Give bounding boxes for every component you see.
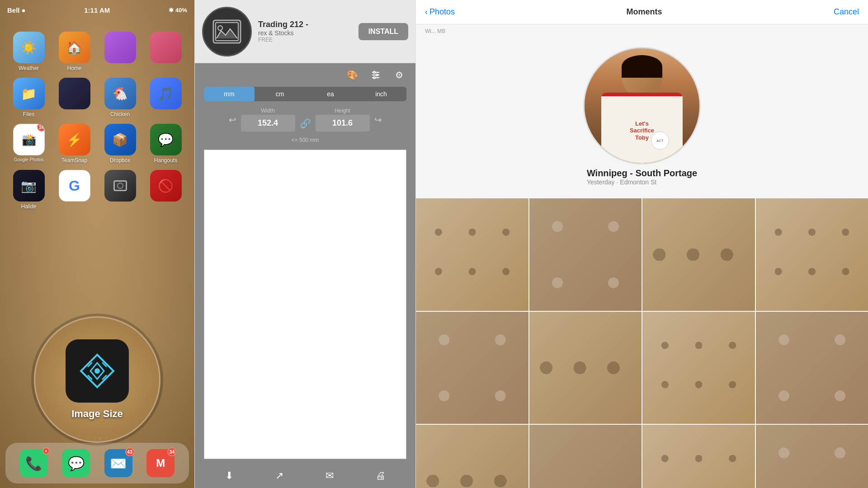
width-input[interactable]	[241, 115, 295, 131]
photo-cell-7[interactable]	[642, 312, 755, 424]
photo-cell-4[interactable]	[756, 198, 868, 311]
location-subtitle: Yesterday · Edmonton St	[587, 178, 697, 186]
download-icon[interactable]: ⬇	[225, 470, 233, 482]
battery-level: 40%	[175, 7, 187, 14]
photo-cell-8[interactable]	[756, 312, 868, 424]
profile-circle: Let'sSacrificeToby ACT	[583, 47, 701, 164]
undo-arrow[interactable]: ↩	[229, 114, 236, 125]
halide-label: Halide	[21, 203, 36, 210]
iphone-panel: Bell ● 1:11 AM ✱ 40% ☀️ Weather 🏠 Home	[0, 0, 194, 488]
canvas-area	[204, 150, 406, 459]
google-photos-label: Google Photos	[14, 157, 43, 162]
height-group: Height	[316, 108, 370, 131]
photos-back-button[interactable]: ‹ Photos	[425, 7, 455, 17]
unit-cm[interactable]: cm	[255, 87, 305, 101]
app-chicken-label: Chicken	[110, 111, 130, 117]
diamond-svg	[79, 353, 115, 389]
app-row1-4[interactable]	[146, 32, 185, 71]
max-size-label: <= 500 mm	[195, 135, 415, 145]
app-halide[interactable]: 📷 Halide	[9, 170, 48, 210]
app-files[interactable]: 📁 Files	[9, 78, 48, 117]
status-right: ✱ 40%	[169, 7, 187, 14]
image-size-content: 🎨 ⚙ mm cm ea inch ↩	[195, 63, 415, 488]
svg-point-10	[373, 77, 375, 79]
palette-icon[interactable]: 🎨	[345, 68, 359, 82]
carrier-label: Bell	[7, 6, 20, 14]
app-grid: ☀️ Weather 🏠 Home	[0, 27, 194, 214]
redo-arrow[interactable]: ↪	[374, 114, 382, 125]
app-files-label: Files	[23, 111, 34, 117]
app-home[interactable]: 🏠 Home	[55, 32, 94, 71]
unit-ea[interactable]: ea	[305, 87, 356, 101]
profile-section: Let'sSacrificeToby ACT Winnipeg - South …	[416, 38, 868, 197]
hangouts-label: Hangouts	[154, 157, 177, 164]
app-camera2[interactable]	[100, 170, 140, 210]
app-music2[interactable]: 🎵	[146, 78, 185, 117]
app-google[interactable]: G	[55, 170, 94, 210]
location-section: Winnipeg - South Portage Yesterday · Edm…	[578, 164, 706, 188]
unit-mm[interactable]: mm	[204, 87, 255, 101]
teamsnap-label: TeamSnap	[61, 157, 87, 164]
image-size-label: Image Size	[71, 408, 123, 420]
photos-back-label: Photos	[429, 7, 455, 17]
gmail-badge: 34	[167, 447, 176, 456]
dock-phone[interactable]: 📞 •	[20, 449, 48, 477]
status-left: Bell ●	[7, 6, 26, 14]
unit-selector: mm cm ea inch	[204, 87, 406, 101]
photo-cell-3[interactable]	[642, 198, 755, 311]
app-weather[interactable]: ☀️ Weather	[9, 32, 48, 71]
photo-cell-10[interactable]: ♥	[529, 425, 642, 488]
photos-title: Moments	[627, 7, 662, 17]
photo-grid: ♥ 🌲	[416, 197, 868, 488]
link-icon[interactable]: 🔗	[300, 118, 311, 129]
width-group: Width	[241, 108, 295, 131]
app-hangouts[interactable]: 💬 Hangouts	[146, 124, 185, 164]
status-bar: Bell ● 1:11 AM ✱ 40%	[0, 0, 194, 20]
app-store-free: FREE	[258, 37, 352, 43]
mail-icon[interactable]: ✉	[326, 470, 334, 482]
photo-cell-6[interactable]	[529, 312, 642, 424]
settings-icon[interactable]: ⚙	[392, 68, 406, 82]
app-home-label: Home	[67, 65, 81, 71]
app-teamsnap[interactable]: ⚡ TeamSnap	[55, 124, 94, 164]
unit-inch[interactable]: inch	[356, 87, 406, 101]
dropbox-label: Dropbox	[110, 157, 130, 164]
dock: 📞 • 💬 ✉️ 43 M 34	[5, 443, 189, 483]
top-strip: Wi... MB	[416, 24, 868, 38]
app-dropbox[interactable]: 📦 Dropbox	[100, 124, 140, 164]
photo-cell-12[interactable]	[756, 425, 868, 488]
dock-mail[interactable]: ✉️ 43	[104, 449, 132, 477]
dock-gmail[interactable]: M 34	[146, 449, 175, 477]
cancel-button[interactable]: Cancel	[834, 7, 859, 17]
photo-cell-9[interactable]	[416, 425, 528, 488]
svg-point-1	[94, 368, 100, 374]
photo-cell-2[interactable]	[529, 198, 642, 311]
height-label: Height	[335, 108, 350, 114]
toolbar-row: 🎨 ⚙	[195, 63, 415, 87]
height-input[interactable]	[316, 115, 370, 131]
print-icon[interactable]: 🖨	[376, 470, 386, 482]
sliders-icon[interactable]	[368, 68, 383, 82]
app-store-info: Trading 212 - rex & Stocks FREE	[258, 20, 352, 43]
status-time: 1:11 AM	[84, 6, 110, 14]
svg-point-4	[218, 26, 222, 30]
top-strip-text: Wi... MB	[425, 28, 445, 34]
svg-point-8	[373, 71, 375, 73]
app-chicken[interactable]: 🐔 Chicken	[100, 78, 140, 117]
photo-cell-11[interactable]	[642, 425, 755, 488]
photos-header: ‹ Photos Moments Cancel	[416, 0, 868, 24]
app-row1-3[interactable]	[100, 32, 140, 71]
app-widget[interactable]	[55, 78, 94, 117]
app-google-photos[interactable]: 📸 16 Google Photos	[9, 124, 48, 164]
app-weather-label: Weather	[19, 65, 39, 71]
middle-panel: Trading 212 - rex & Stocks FREE INSTALL …	[194, 0, 416, 488]
install-button[interactable]: INSTALL	[359, 23, 408, 40]
bottom-toolbar: ⬇ ↗ ✉ 🖨	[195, 464, 415, 488]
dock-messages[interactable]: 💬	[62, 449, 90, 477]
share-icon[interactable]: ↗	[275, 470, 283, 482]
image-size-overlay[interactable]: Image Size	[34, 316, 160, 443]
photo-cell-1[interactable]	[416, 198, 528, 311]
location-title: Winnipeg - South Portage	[587, 168, 697, 178]
photo-cell-5[interactable]	[416, 312, 528, 424]
app-red[interactable]: 🚫	[146, 170, 185, 210]
